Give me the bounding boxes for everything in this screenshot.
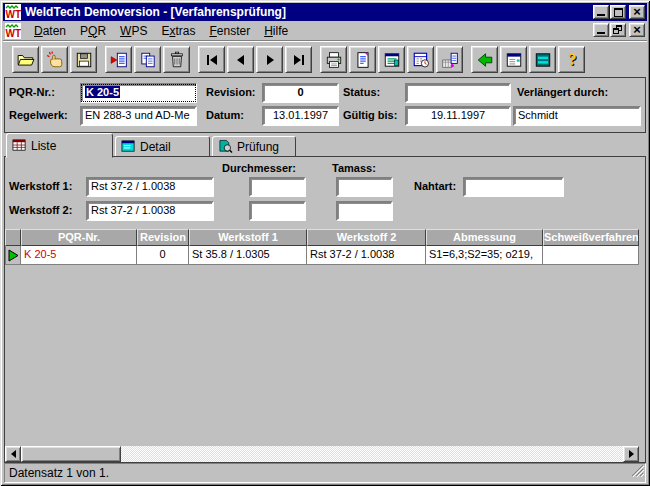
prev-record-icon [233,52,249,68]
regelwerk-field[interactable]: EN 288-3 und AD-Me [80,106,197,126]
export-button[interactable] [436,46,463,73]
cell-6[interactable] [543,246,639,265]
tab-liste[interactable]: Liste [6,133,113,158]
tab-detail-label: Detail [140,140,171,154]
calendar-clock-icon [412,51,430,69]
app-window: WT WeldTech Demoversion - [Verfahrensprü… [0,0,650,486]
durchmesser1-field[interactable] [249,177,306,197]
tamass1-field[interactable] [336,177,393,197]
print-button[interactable] [320,46,347,73]
trash-icon [168,51,186,69]
menu-item-extras[interactable]: Extras [154,22,202,40]
grid-header-col-4[interactable]: Werkstoff 2 [307,229,426,246]
grid-header-col-3[interactable]: Werkstoff 1 [189,229,307,246]
menu-item-fenster[interactable]: Fenster [202,22,257,40]
menu-item-wps[interactable]: WPS [113,22,154,40]
grid-header-col-1[interactable]: PQR-Nr. [21,229,137,246]
table-grid-icon [12,138,27,153]
title-bar[interactable]: WT WeldTech Demoversion - [Verfahrensprü… [3,3,647,21]
menu-item-daten[interactable]: Daten [27,22,73,40]
last-record-button[interactable] [285,46,312,73]
exit-button[interactable] [471,46,498,73]
preview-button[interactable] [349,46,376,73]
open-folder-icon [17,51,35,69]
save-button[interactable] [70,46,97,73]
window-controls [592,5,645,19]
werkstoff1-label: Werkstoff 1: [9,180,72,192]
mdi-close-button[interactable] [629,23,645,37]
menu-items: DatenPQRWPSExtrasFensterHilfe [27,22,295,40]
grid-header-col-6[interactable]: Schweißverfahren [543,229,639,246]
durchmesser2-field[interactable] [249,201,306,221]
printer-icon [325,51,343,69]
status-label: Status: [343,86,380,98]
record-count-status: Datensatz 1 von 1. [9,466,109,480]
table-row[interactable]: K 20-50St 35.8 / 1.0305Rst 37-2 / 1.0038… [5,246,639,265]
minimize-button[interactable] [593,5,609,19]
gueltig-bis-label: Gültig bis: [343,109,397,121]
menu-item-hilfe[interactable]: Hilfe [257,22,295,40]
maximize-icon [614,8,623,17]
status-bar: Datensatz 1 von 1. [4,463,646,483]
delete-button[interactable] [163,46,190,73]
browse-button[interactable] [41,46,68,73]
window-title: WeldTech Demoversion - [Verfahrensprüfun… [25,3,286,21]
pqr-nr-field[interactable]: K 20-5 [80,83,197,103]
cell-3[interactable]: St 35.8 / 1.0305 [189,246,307,265]
tab-detail[interactable]: Detail [115,136,210,157]
form-view-button[interactable] [500,46,527,73]
scroll-left-button[interactable] [5,446,21,462]
minimize-icon [597,14,605,16]
tab-pruefung[interactable]: Prüfung [212,136,296,157]
scroll-thumb[interactable] [21,446,121,462]
datum-field[interactable]: 13.01.1997 [262,106,339,126]
nahtart-field[interactable] [463,177,564,197]
report-button[interactable] [378,46,405,73]
pqr-nr-label: PQR-Nr.: [9,86,55,98]
mdi-child-icon[interactable]: WT [5,23,21,39]
current-record-marker[interactable] [5,246,21,265]
resize-grip[interactable] [631,463,644,481]
revision-field[interactable]: 0 [262,83,339,103]
menu-bar: WT DatenPQRWPSExtrasFensterHilfe [3,21,647,41]
werkstoff2-field[interactable]: Rst 37-2 / 1.0038 [86,201,214,221]
grid-header-col-2[interactable]: Revision [137,229,189,246]
copy-button[interactable] [134,46,161,73]
mdi-window-controls [592,23,645,37]
first-record-button[interactable] [198,46,225,73]
menu-item-pqr[interactable]: PQR [73,22,113,40]
cell-4[interactable]: Rst 37-2 / 1.0038 [307,246,426,265]
next-record-button[interactable] [256,46,283,73]
app-icon[interactable]: WT [5,4,21,20]
mdi-restore-button[interactable] [610,23,626,37]
maximize-button[interactable] [610,5,626,19]
prior-record-button[interactable] [227,46,254,73]
grid-header: PQR-Nr.RevisionWerkstoff 1Werkstoff 2Abm… [5,229,639,246]
cell-2[interactable]: 0 [137,246,189,265]
schedule-button[interactable] [407,46,434,73]
insert-record-button[interactable] [105,46,132,73]
close-icon [630,6,644,18]
insert-record-icon [110,51,128,69]
grid-view-button[interactable] [529,46,556,73]
scroll-right-button[interactable] [623,446,639,462]
last-record-icon [291,52,307,68]
cell-5[interactable]: S1=6,3;S2=35; o219, [426,246,543,265]
datum-label: Datum: [206,109,244,121]
record-header-panel: PQR-Nr.: K 20-5 Revision: 0 Status: Verl… [4,77,646,133]
pqr-grid: PQR-Nr.RevisionWerkstoff 1Werkstoff 2Abm… [5,229,639,265]
verlaengert-durch-field[interactable]: Schmidt [513,106,641,126]
werkstoff1-field[interactable]: Rst 37-2 / 1.0038 [86,177,214,197]
status-field[interactable] [405,83,511,103]
close-button[interactable] [629,5,645,19]
gueltig-bis-field[interactable]: 19.11.1997 [405,106,511,126]
floppy-disk-icon [75,51,93,69]
mdi-minimize-button[interactable] [593,23,609,37]
help-button[interactable]: ?? [558,46,585,73]
grid-header-col-5[interactable]: Abmessung [426,229,543,246]
cell-1[interactable]: K 20-5 [21,246,137,265]
open-button[interactable] [12,46,39,73]
tamass2-field[interactable] [336,201,393,221]
grid-h-scrollbar[interactable] [5,446,639,462]
form-window-icon [505,51,523,69]
